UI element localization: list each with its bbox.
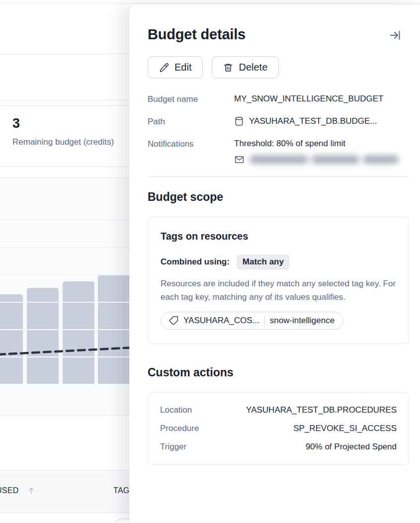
budget-name-row: Budget name MY_SNOW_INTELLIGENCE_BUDGET xyxy=(148,94,409,104)
budget-usage-bar-chart xyxy=(0,178,149,415)
budget-scope-heading: Budget scope xyxy=(148,190,409,204)
budget-name-label: Budget name xyxy=(148,94,234,104)
edit-button[interactable]: Edit xyxy=(148,56,203,79)
tag-chip[interactable]: YASUHARA_COS... snow-intelligence xyxy=(161,312,343,330)
location-value: YASUHARA_TEST_DB.PROCEDURES xyxy=(240,405,397,415)
pencil-icon xyxy=(159,63,169,73)
tags-on-resources-card: Tags on resources Combined using: Match … xyxy=(148,217,409,344)
tag-icon xyxy=(168,316,178,326)
tags-card-title: Tags on resources xyxy=(161,231,396,242)
used-label: USED xyxy=(0,486,19,495)
scope-description: Resources are included if they match any… xyxy=(161,277,396,304)
procedure-row: Procedure SP_REVOKE_SI_ACCESS xyxy=(160,424,397,434)
notifications-label: Notifications xyxy=(148,139,234,149)
edit-button-label: Edit xyxy=(174,62,191,73)
procedure-label: Procedure xyxy=(160,424,240,434)
database-icon xyxy=(234,116,244,126)
custom-actions-heading: Custom actions xyxy=(148,366,409,379)
path-row: Path YASUHARA_TEST_DB.BUDGE... xyxy=(148,116,409,127)
budget-details-panel: Budget details Edit Delete xyxy=(129,4,420,523)
trash-icon xyxy=(223,63,233,73)
divider xyxy=(0,3,420,3)
column-header-used[interactable]: USED xyxy=(0,486,36,495)
envelope-icon xyxy=(234,155,245,165)
sort-ascending-icon[interactable] xyxy=(27,486,36,495)
location-row: Location YASUHARA_TEST_DB.PROCEDURES xyxy=(160,405,397,415)
remaining-budget-label: Remaining budget (credits) xyxy=(12,137,146,147)
location-label: Location xyxy=(160,405,240,415)
path-label: Path xyxy=(148,116,234,127)
procedure-value: SP_REVOKE_SI_ACCESS xyxy=(240,424,397,434)
trigger-value: 90% of Projected Spend xyxy=(240,442,397,452)
tag-value: snow-intelligence xyxy=(270,316,335,326)
delete-button[interactable]: Delete xyxy=(212,56,279,79)
trigger-label: Trigger xyxy=(160,442,240,452)
threshold-value: Threshold: 80% of spend limit xyxy=(234,139,409,149)
chip-divider xyxy=(264,316,265,326)
custom-actions-card: Location YASUHARA_TEST_DB.PROCEDURES Pro… xyxy=(148,392,409,465)
remaining-budget-value: 3 xyxy=(12,116,146,131)
collapse-panel-icon[interactable] xyxy=(389,29,401,43)
trigger-row: Trigger 90% of Projected Spend xyxy=(160,442,397,452)
screen: 3 Remaining budget (credits) USED xyxy=(0,0,420,523)
budget-name-value: MY_SNOW_INTELLIGENCE_BUDGET xyxy=(234,94,409,104)
budgets-table-header: USED TAGS xyxy=(0,470,149,513)
tag-key: YASUHARA_COS... xyxy=(183,316,259,326)
path-value: YASUHARA_TEST_DB.BUDGE... xyxy=(249,116,377,126)
remaining-budget-card: 3 Remaining budget (credits) xyxy=(0,105,146,167)
notifications-row: Notifications Threshold: 80% of spend li… xyxy=(148,139,409,165)
match-any-badge: Match any xyxy=(237,255,290,269)
redacted-email xyxy=(250,155,399,164)
section-divider xyxy=(148,176,409,177)
delete-button-label: Delete xyxy=(239,62,267,73)
budget-limit-dashed-line xyxy=(0,178,149,415)
panel-title: Budget details xyxy=(148,26,246,43)
combined-using-label: Combined using: xyxy=(161,257,230,267)
